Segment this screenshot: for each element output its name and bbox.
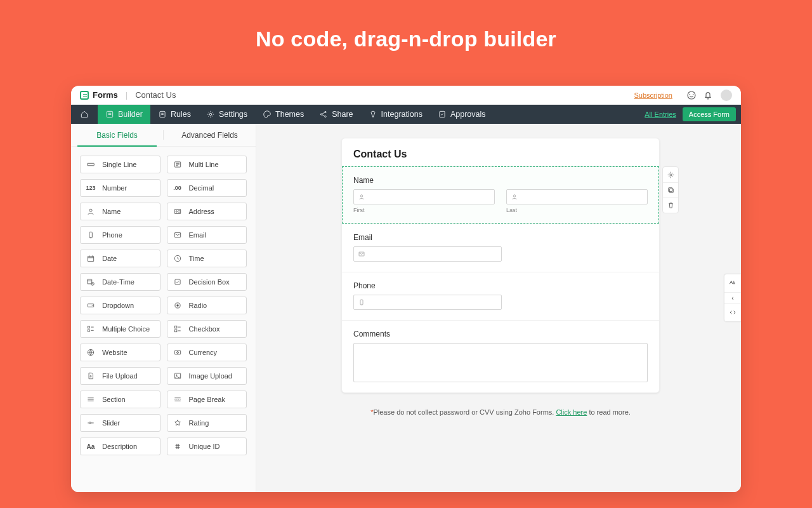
label-name: Name	[353, 176, 648, 185]
field-delete-button[interactable]	[663, 197, 678, 213]
collapse-toggle[interactable]: ‹	[724, 292, 741, 304]
form-card: Contact Us Name First	[341, 138, 660, 393]
form-canvas[interactable]: Contact Us Name First	[256, 124, 741, 492]
svg-point-14	[176, 211, 177, 212]
field-number[interactable]: 123Number	[80, 179, 160, 197]
field-image-upload[interactable]: Image Upload	[167, 367, 247, 385]
description-icon: Aa	[86, 441, 96, 451]
svg-point-12	[89, 209, 92, 211]
nav-builder[interactable]: Builder	[98, 105, 150, 124]
field-unique-id[interactable]: Unique ID	[167, 438, 247, 455]
field-radio[interactable]: Radio	[167, 297, 247, 314]
nav-approvals[interactable]: Approvals	[430, 105, 494, 124]
tab-advanced-fields[interactable]: Advanced Fields	[164, 124, 256, 146]
label-email: Email	[353, 233, 648, 242]
nav-approvals-label: Approvals	[450, 110, 486, 119]
sublabel-last: Last	[506, 207, 648, 213]
field-palette: Single Line Multi Line 123Number .00Deci…	[71, 147, 256, 464]
nav-themes[interactable]: Themes	[255, 105, 311, 124]
nav-rules[interactable]: Rules	[150, 105, 199, 124]
page-break-icon	[173, 394, 183, 404]
input-phone[interactable]	[353, 295, 502, 310]
field-multiple-choice[interactable]: Multiple Choice	[80, 320, 160, 338]
field-settings-button[interactable]	[663, 167, 678, 182]
form-field-email[interactable]: Email	[342, 224, 659, 272]
field-decimal[interactable]: .00Decimal	[167, 179, 247, 197]
field-date[interactable]: Date	[80, 250, 160, 267]
field-address[interactable]: Address	[167, 203, 247, 220]
preview-toggle[interactable]	[724, 274, 741, 292]
nav-integrations[interactable]: Integrations	[361, 105, 430, 124]
website-icon	[86, 347, 96, 358]
field-description[interactable]: AaDescription	[80, 438, 160, 455]
input-comments[interactable]	[353, 343, 648, 382]
svg-point-5	[209, 113, 212, 116]
rules-icon	[158, 110, 167, 119]
field-time[interactable]: Time	[167, 250, 247, 267]
help-icon[interactable]	[686, 90, 697, 100]
home-icon	[80, 110, 89, 119]
field-email[interactable]: Email	[167, 226, 247, 244]
input-email[interactable]	[353, 246, 502, 262]
subscription-link[interactable]: Subscription	[634, 91, 672, 99]
code-toggle[interactable]	[724, 304, 741, 321]
date-time-icon	[86, 277, 96, 287]
slider-icon	[86, 418, 96, 428]
all-entries-link[interactable]: All Entries	[645, 110, 676, 118]
field-section[interactable]: Section	[80, 391, 160, 408]
field-currency[interactable]: Currency	[167, 344, 247, 361]
form-field-name[interactable]: Name First Last	[342, 166, 659, 224]
svg-point-8	[325, 116, 326, 117]
nav-share[interactable]: Share	[311, 105, 360, 124]
svg-rect-10	[88, 163, 95, 166]
field-multi-line[interactable]: Multi Line	[167, 156, 247, 173]
field-page-break[interactable]: Page Break	[167, 391, 247, 408]
field-slider[interactable]: Slider	[80, 414, 160, 432]
svg-rect-26	[88, 330, 89, 331]
user-avatar[interactable]	[721, 90, 732, 101]
file-upload-icon	[86, 371, 96, 381]
field-single-line[interactable]: Single Line	[80, 156, 160, 173]
field-duplicate-button[interactable]	[663, 182, 678, 197]
unique-id-icon	[173, 441, 183, 451]
checkbox-icon	[173, 324, 183, 334]
nav-themes-label: Themes	[275, 110, 304, 119]
currency-icon	[173, 347, 183, 358]
section-icon	[86, 394, 96, 404]
svg-rect-16	[174, 233, 180, 237]
form-field-comments[interactable]: Comments	[342, 320, 659, 392]
image-upload-icon	[173, 371, 183, 381]
field-website[interactable]: Website	[80, 344, 160, 361]
svg-point-31	[176, 352, 178, 354]
field-name[interactable]: Name	[80, 203, 160, 220]
svg-point-39	[669, 173, 671, 175]
radio-icon	[173, 300, 183, 311]
address-icon	[173, 206, 183, 217]
phone-icon	[86, 230, 96, 240]
field-phone[interactable]: Phone	[80, 226, 160, 244]
svg-point-35	[360, 195, 363, 197]
field-checkbox[interactable]: Checkbox	[167, 320, 247, 338]
svg-point-33	[176, 375, 177, 376]
decision-box-icon	[173, 277, 183, 287]
nav-home[interactable]	[71, 105, 98, 124]
input-last-name[interactable]	[506, 189, 648, 204]
input-first-name[interactable]	[353, 189, 495, 204]
titlebar: Forms | Contact Us Subscription	[71, 86, 741, 105]
svg-point-34	[89, 422, 91, 424]
form-field-phone[interactable]: Phone	[342, 272, 659, 320]
field-date-time[interactable]: Date-Time	[80, 273, 160, 291]
field-dropdown[interactable]: Dropdown	[80, 297, 160, 314]
svg-rect-4	[160, 111, 165, 117]
bell-icon[interactable]	[703, 90, 713, 100]
field-rating[interactable]: Rating	[167, 414, 247, 432]
tab-basic-fields[interactable]: Basic Fields	[71, 124, 163, 146]
svg-point-0	[688, 91, 695, 99]
access-form-button[interactable]: Access Form	[683, 107, 736, 121]
field-decision-box[interactable]: Decision Box	[167, 273, 247, 291]
disclaimer-link[interactable]: Click here	[556, 408, 587, 416]
nav-settings[interactable]: Settings	[199, 105, 255, 124]
nav-builder-label: Builder	[118, 110, 143, 119]
multiple-choice-icon	[86, 324, 96, 334]
field-file-upload[interactable]: File Upload	[80, 367, 160, 385]
